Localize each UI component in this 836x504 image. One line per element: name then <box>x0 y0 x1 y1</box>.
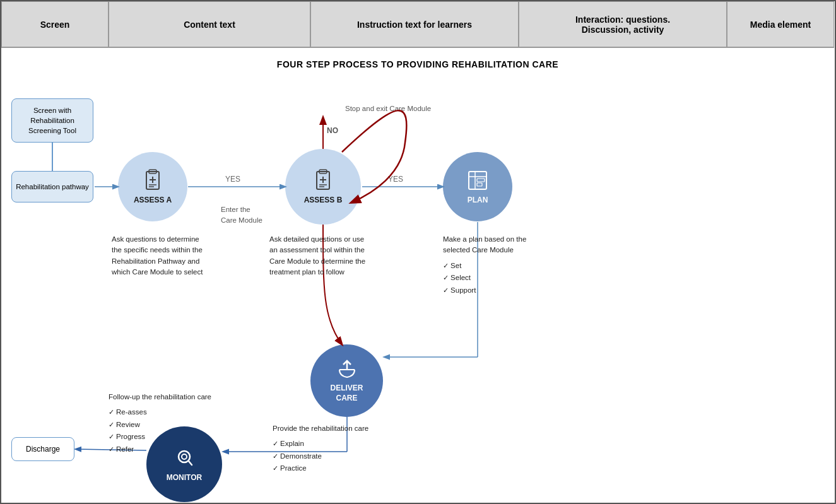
assess-b-label: ASSESS B <box>304 196 343 204</box>
connector-vertical <box>52 143 53 171</box>
clipboard-plus-b-icon <box>313 169 333 192</box>
assess-a-label: ASSESS A <box>134 196 172 204</box>
main-table: Screen Content text Instruction text for… <box>0 0 836 504</box>
svg-rect-16 <box>477 183 482 186</box>
monitor-note-text: Follow-up the rehabilitation care <box>109 393 211 401</box>
plan-list-support: Support <box>443 284 569 297</box>
main-title: FOUR STEP PROCESS TO PROVIDING REHABILIT… <box>277 59 558 69</box>
enter-care-text: Enter the Care Module <box>221 206 262 224</box>
svg-line-19 <box>189 461 192 465</box>
header-content: Content text <box>109 1 310 47</box>
header-screen-label: Screen <box>40 20 70 30</box>
content-area: FOUR STEP PROCESS TO PROVIDING REHABILIT… <box>1 47 834 503</box>
deliver-note: Provide the rehabilitation care Explain … <box>273 423 399 475</box>
monitor-label: MONITOR <box>167 473 202 482</box>
monitor-list: Re-asses Review Progress Refer <box>109 406 235 455</box>
plan-list: Set Select Support <box>443 260 569 297</box>
monitor-list-review: Review <box>109 419 235 431</box>
assess-a-note: Ask questions to determine the specific … <box>112 234 238 278</box>
svg-text:YES: YES <box>388 175 403 184</box>
header-screen: Screen <box>1 1 109 47</box>
assess-a-circle: ASSESS A <box>118 152 187 221</box>
svg-rect-15 <box>477 179 485 182</box>
assess-b-note-text: Ask detailed questions or use an assessm… <box>269 235 365 276</box>
plan-list-select: Select <box>443 272 569 284</box>
monitor-list-reassess: Re-asses <box>109 406 235 419</box>
svg-text:Stop and exit Care Module: Stop and exit Care Module <box>345 105 431 112</box>
plan-icon <box>466 169 489 192</box>
assess-a-note-text: Ask questions to determine the specific … <box>112 235 203 276</box>
header-instruction-label: Instruction text for learners <box>357 20 472 30</box>
plan-list-set: Set <box>443 260 569 273</box>
clipboard-plus-icon <box>143 169 163 192</box>
deliver-care-label: DELIVER CARE <box>330 384 363 403</box>
svg-text:YES: YES <box>225 175 240 184</box>
plan-label: PLAN <box>468 196 488 204</box>
plan-circle: PLAN <box>443 152 512 221</box>
screen-box: Screen with Rehabilitation Screening Too… <box>11 98 93 143</box>
monitor-note: Follow-up the rehabilitation care Re-ass… <box>109 392 235 455</box>
svg-rect-12 <box>469 172 486 189</box>
discharge-box: Discharge <box>11 437 74 461</box>
deliver-list-explain: Explain <box>273 438 399 450</box>
header-interaction: Interaction: questions. Discussion, acti… <box>519 1 727 47</box>
assess-b-note: Ask detailed questions or use an assessm… <box>269 234 402 278</box>
plan-note-text: Make a plan based on the selected Care M… <box>443 235 526 254</box>
deliver-care-circle: DELIVER CARE <box>310 344 383 417</box>
deliver-list-demonstrate: Demonstrate <box>273 450 399 463</box>
assess-b-circle: ASSESS B <box>285 149 361 225</box>
enter-care-label: Enter the Care Module <box>221 204 262 226</box>
deliver-note-text: Provide the rehabilitation care <box>273 425 368 432</box>
rehab-box-label: Rehabilitation pathway <box>16 183 89 190</box>
header-media-label: Media element <box>750 20 811 30</box>
header-media: Media element <box>727 1 834 47</box>
monitor-list-progress: Progress <box>109 431 235 443</box>
deliver-list: Explain Demonstrate Practice <box>273 438 399 475</box>
header-instruction: Instruction text for learners <box>310 1 519 47</box>
deliver-list-practice: Practice <box>273 462 399 475</box>
deliver-care-icon <box>335 358 359 380</box>
screen-box-label: Screen with Rehabilitation Screening Too… <box>15 105 90 136</box>
svg-text:NO: NO <box>327 126 338 135</box>
header-content-label: Content text <box>184 20 235 30</box>
discharge-label: Discharge <box>26 445 60 454</box>
monitor-list-refer: Refer <box>109 443 235 456</box>
plan-note: Make a plan based on the selected Care M… <box>443 234 569 296</box>
rehab-box: Rehabilitation pathway <box>11 171 93 202</box>
header-interaction-label: Interaction: questions. Discussion, acti… <box>575 15 670 35</box>
